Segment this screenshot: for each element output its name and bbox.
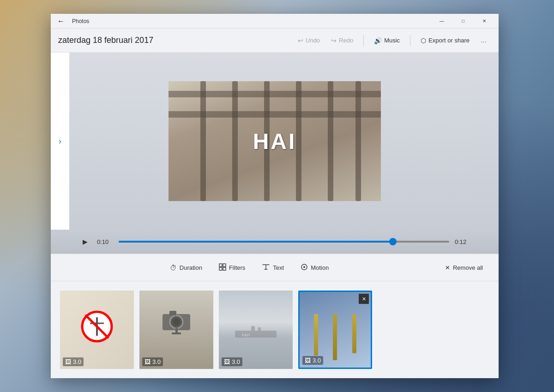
photo-icon-4: 🖼: [305, 357, 311, 364]
motion-label: Motion: [311, 264, 329, 271]
text-icon: [262, 263, 270, 272]
export-button[interactable]: ⬡ Export or share: [416, 34, 474, 47]
total-time: 0:12: [455, 238, 471, 245]
svg-rect-3: [223, 267, 226, 270]
titlebar-left: ← Photos: [54, 15, 89, 28]
photo-duration-4: 3.0: [313, 357, 321, 364]
photo-close-button[interactable]: ✕: [359, 294, 369, 304]
svg-point-5: [303, 266, 305, 268]
photo-badge-1: 🖼 3.0: [63, 357, 84, 366]
svg-rect-16: [235, 331, 277, 338]
progress-thumb[interactable]: [389, 238, 397, 245]
preview-area: › HAI: [51, 53, 499, 230]
titlebar: ← Photos — □ ✕: [51, 14, 499, 29]
svg-rect-18: [258, 327, 261, 332]
duration-icon: ⏱: [170, 264, 177, 272]
svg-point-12: [173, 318, 180, 326]
toolbar-title: zaterdag 18 februari 2017: [58, 36, 293, 45]
progress-bar[interactable]: [119, 241, 449, 243]
photo-icon-1: 🖼: [65, 358, 71, 365]
video-container: HAI: [169, 81, 381, 201]
filters-icon: [219, 263, 226, 272]
music-button[interactable]: 🔊 Music: [369, 34, 404, 47]
current-time: 0:10: [97, 238, 113, 245]
fence-post-2: [232, 81, 238, 201]
main-content: › HAI: [51, 53, 499, 378]
svg-rect-13: [169, 311, 176, 315]
divider-1: [363, 35, 364, 46]
remove-all-icon: ✕: [445, 264, 450, 271]
divider-2: [410, 35, 410, 46]
text-button[interactable]: Text: [255, 260, 290, 276]
svg-rect-0: [219, 264, 222, 267]
app-title: Photos: [72, 18, 89, 24]
photo-item-4[interactable]: ✕ 🖼 3.0: [298, 291, 372, 369]
toolbar: zaterdag 18 februari 2017 ↩ Undo ↪ Redo …: [51, 29, 499, 53]
close-button[interactable]: ✕: [474, 14, 495, 29]
app-window: ← Photos — □ ✕ zaterdag 18 februari 2017…: [51, 14, 499, 378]
edit-toolbar: ⏱ Duration Filters: [51, 254, 499, 281]
duration-button[interactable]: ⏱ Duration: [163, 260, 209, 275]
svg-rect-2: [219, 267, 222, 270]
photo-badge-3: 🖼 3.0: [222, 357, 242, 366]
expand-chevron-icon[interactable]: ›: [59, 137, 61, 146]
svg-rect-15: [172, 333, 181, 334]
video-frame: HAI: [169, 81, 381, 201]
filters-button[interactable]: Filters: [212, 260, 252, 276]
export-label: Export or share: [428, 37, 470, 44]
photo-badge-2: 🖼 3.0: [142, 357, 163, 366]
photo-badge-4: 🖼 3.0: [302, 356, 323, 365]
music-label: Music: [384, 37, 400, 44]
back-icon: ←: [57, 17, 65, 25]
export-icon: ⬡: [421, 37, 426, 44]
undo-button[interactable]: ↩ Undo: [293, 34, 325, 47]
redo-label: Redo: [339, 37, 353, 44]
remove-all-label: Remove all: [453, 264, 483, 271]
svg-rect-1: [223, 264, 226, 267]
sidebar-panel: ›: [51, 53, 69, 230]
toolbar-actions: ↩ Undo ↪ Redo 🔊 Music ⬡ Export or share …: [293, 34, 491, 47]
undo-label: Undo: [306, 37, 320, 44]
undo-icon: ↩: [298, 37, 303, 44]
photo-item-3[interactable]: P&O 🖼 3.0: [219, 291, 293, 369]
photo-item-1[interactable]: 🖼 3.0: [60, 291, 134, 369]
titlebar-controls: — □ ✕: [431, 14, 495, 29]
filters-label: Filters: [229, 264, 245, 271]
back-button[interactable]: ←: [54, 15, 67, 28]
maximize-button[interactable]: □: [452, 14, 474, 29]
video-text-overlay: HAI: [253, 129, 297, 154]
photo-icon-2: 🖼: [145, 358, 151, 365]
fence-post-1: [200, 81, 206, 201]
photo-duration-2: 3.0: [152, 358, 161, 365]
motion-icon: [301, 263, 308, 272]
svg-rect-17: [251, 326, 255, 332]
photo-item-2[interactable]: 🖼 3.0: [139, 291, 213, 369]
music-icon: 🔊: [374, 37, 382, 44]
photo-duration-1: 3.0: [73, 358, 81, 365]
play-button[interactable]: ▶: [78, 235, 91, 248]
redo-icon: ↪: [331, 37, 337, 44]
photo-icon-3: 🖼: [224, 358, 230, 365]
redo-button[interactable]: ↪ Redo: [326, 34, 358, 47]
fence-post-6: [355, 81, 361, 201]
motion-button[interactable]: Motion: [294, 260, 335, 276]
play-icon: ▶: [83, 238, 88, 245]
minimize-button[interactable]: —: [431, 14, 452, 29]
photo-strip: 🖼 3.0 🖼: [51, 281, 499, 378]
fence-post-4: [296, 81, 301, 201]
svg-text:P&O: P&O: [242, 333, 250, 337]
edit-tools-group: ⏱ Duration Filters: [60, 260, 439, 276]
playback-controls: ▶ 0:10 0:12: [51, 230, 499, 254]
fence-post-5: [328, 81, 333, 201]
text-label: Text: [273, 264, 284, 271]
more-button[interactable]: …: [476, 34, 491, 47]
photo-duration-3: 3.0: [232, 358, 240, 365]
progress-fill: [119, 241, 393, 243]
remove-all-button[interactable]: ✕ Remove all: [439, 261, 489, 275]
duration-label: Duration: [180, 264, 202, 271]
more-icon: …: [481, 37, 487, 44]
